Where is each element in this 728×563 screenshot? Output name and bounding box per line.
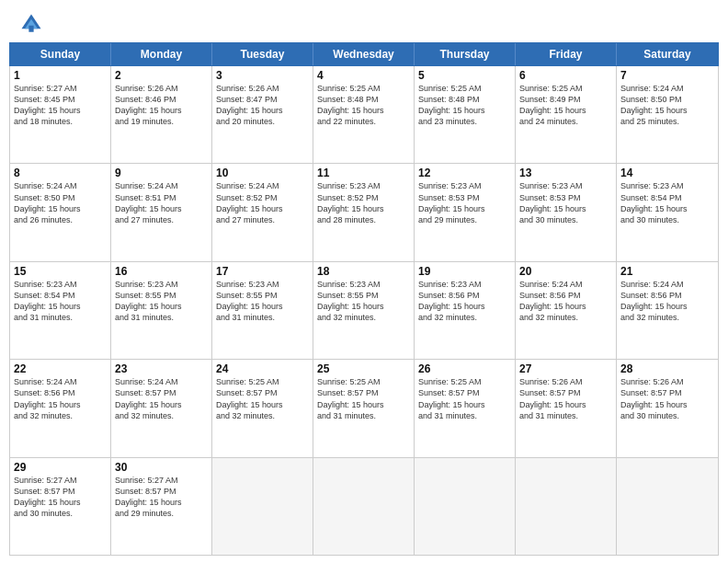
calendar-cell-14: 14Sunrise: 5:23 AM Sunset: 8:54 PM Dayli… <box>617 164 718 260</box>
day-info-14: Sunrise: 5:23 AM Sunset: 8:54 PM Dayligh… <box>620 180 714 225</box>
calendar-cell-11: 11Sunrise: 5:23 AM Sunset: 8:52 PM Dayli… <box>313 164 415 260</box>
day-number-4: 4 <box>317 69 410 82</box>
day-number-28: 28 <box>620 362 714 375</box>
day-number-26: 26 <box>418 362 511 375</box>
day-number-20: 20 <box>519 265 612 278</box>
calendar-row-3: 22Sunrise: 5:24 AM Sunset: 8:56 PM Dayli… <box>10 360 718 457</box>
day-info-2: Sunrise: 5:26 AM Sunset: 8:46 PM Dayligh… <box>115 83 208 128</box>
calendar-cell-24: 24Sunrise: 5:25 AM Sunset: 8:57 PM Dayli… <box>212 360 313 456</box>
calendar-cell-15: 15Sunrise: 5:23 AM Sunset: 8:54 PM Dayli… <box>10 262 111 359</box>
day-info-6: Sunrise: 5:25 AM Sunset: 8:49 PM Dayligh… <box>519 83 612 128</box>
day-number-8: 8 <box>14 167 107 179</box>
day-number-9: 9 <box>115 167 208 179</box>
day-number-27: 27 <box>519 362 612 375</box>
calendar-cell-22: 22Sunrise: 5:24 AM Sunset: 8:56 PM Dayli… <box>10 360 111 456</box>
calendar-cell-23: 23Sunrise: 5:24 AM Sunset: 8:57 PM Dayli… <box>111 360 212 456</box>
day-number-3: 3 <box>216 69 309 82</box>
day-info-21: Sunrise: 5:24 AM Sunset: 8:56 PM Dayligh… <box>620 279 714 324</box>
calendar-cell-6: 6Sunrise: 5:25 AM Sunset: 8:49 PM Daylig… <box>516 66 617 163</box>
day-number-10: 10 <box>216 167 309 179</box>
logo-icon <box>18 11 44 37</box>
day-info-28: Sunrise: 5:26 AM Sunset: 8:57 PM Dayligh… <box>620 376 714 421</box>
weekday-header-thursday: Thursday <box>415 43 516 65</box>
calendar-cell-5: 5Sunrise: 5:25 AM Sunset: 8:48 PM Daylig… <box>415 66 516 163</box>
day-info-17: Sunrise: 5:23 AM Sunset: 8:55 PM Dayligh… <box>216 279 309 324</box>
calendar-cell-12: 12Sunrise: 5:23 AM Sunset: 8:53 PM Dayli… <box>415 164 516 260</box>
day-number-25: 25 <box>317 362 410 375</box>
calendar-cell-20: 20Sunrise: 5:24 AM Sunset: 8:56 PM Dayli… <box>516 262 617 359</box>
day-number-13: 13 <box>519 167 612 179</box>
calendar-cell-17: 17Sunrise: 5:23 AM Sunset: 8:55 PM Dayli… <box>212 262 313 359</box>
day-number-19: 19 <box>418 265 511 278</box>
calendar-cell-3: 3Sunrise: 5:26 AM Sunset: 8:47 PM Daylig… <box>212 66 313 163</box>
day-info-24: Sunrise: 5:25 AM Sunset: 8:57 PM Dayligh… <box>216 376 309 421</box>
day-number-6: 6 <box>519 69 612 82</box>
day-number-18: 18 <box>317 265 410 278</box>
weekday-header-monday: Monday <box>111 43 212 65</box>
day-number-12: 12 <box>418 167 511 179</box>
weekday-header-sunday: Sunday <box>10 43 111 65</box>
calendar-cell-10: 10Sunrise: 5:24 AM Sunset: 8:52 PM Dayli… <box>212 164 313 260</box>
day-info-7: Sunrise: 5:24 AM Sunset: 8:50 PM Dayligh… <box>620 83 714 128</box>
day-info-19: Sunrise: 5:23 AM Sunset: 8:56 PM Dayligh… <box>418 279 511 324</box>
calendar-cell-18: 18Sunrise: 5:23 AM Sunset: 8:55 PM Dayli… <box>313 262 415 359</box>
calendar-cell-25: 25Sunrise: 5:25 AM Sunset: 8:57 PM Dayli… <box>313 360 415 456</box>
svg-rect-2 <box>28 26 33 32</box>
day-info-22: Sunrise: 5:24 AM Sunset: 8:56 PM Dayligh… <box>14 376 107 421</box>
day-info-29: Sunrise: 5:27 AM Sunset: 8:57 PM Dayligh… <box>14 475 107 520</box>
calendar-cell-9: 9Sunrise: 5:24 AM Sunset: 8:51 PM Daylig… <box>111 164 212 260</box>
day-info-20: Sunrise: 5:24 AM Sunset: 8:56 PM Dayligh… <box>519 279 612 324</box>
calendar-cell-19: 19Sunrise: 5:23 AM Sunset: 8:56 PM Dayli… <box>415 262 516 359</box>
page: SundayMondayTuesdayWednesdayThursdayFrid… <box>0 0 728 563</box>
day-info-8: Sunrise: 5:24 AM Sunset: 8:50 PM Dayligh… <box>14 180 107 225</box>
calendar-cell-13: 13Sunrise: 5:23 AM Sunset: 8:53 PM Dayli… <box>516 164 617 260</box>
day-number-22: 22 <box>14 362 107 375</box>
calendar-cell-2: 2Sunrise: 5:26 AM Sunset: 8:46 PM Daylig… <box>111 66 212 163</box>
day-number-11: 11 <box>317 167 410 179</box>
calendar-cell-8: 8Sunrise: 5:24 AM Sunset: 8:50 PM Daylig… <box>10 164 111 260</box>
day-info-9: Sunrise: 5:24 AM Sunset: 8:51 PM Dayligh… <box>115 180 208 225</box>
day-number-5: 5 <box>418 69 511 82</box>
day-number-17: 17 <box>216 265 309 278</box>
day-info-18: Sunrise: 5:23 AM Sunset: 8:55 PM Dayligh… <box>317 279 410 324</box>
day-number-30: 30 <box>115 461 208 474</box>
day-number-15: 15 <box>14 265 107 278</box>
calendar-cell-empty <box>516 458 617 555</box>
day-number-21: 21 <box>620 265 714 278</box>
weekday-header-saturday: Saturday <box>617 43 718 65</box>
calendar-cell-26: 26Sunrise: 5:25 AM Sunset: 8:57 PM Dayli… <box>415 360 516 456</box>
calendar-cell-27: 27Sunrise: 5:26 AM Sunset: 8:57 PM Dayli… <box>516 360 617 456</box>
day-info-16: Sunrise: 5:23 AM Sunset: 8:55 PM Dayligh… <box>115 279 208 324</box>
calendar-cell-4: 4Sunrise: 5:25 AM Sunset: 8:48 PM Daylig… <box>313 66 415 163</box>
day-info-1: Sunrise: 5:27 AM Sunset: 8:45 PM Dayligh… <box>14 83 107 128</box>
day-info-23: Sunrise: 5:24 AM Sunset: 8:57 PM Dayligh… <box>115 376 208 421</box>
calendar-cell-empty <box>415 458 516 555</box>
calendar-body: 1Sunrise: 5:27 AM Sunset: 8:45 PM Daylig… <box>9 66 719 556</box>
day-number-2: 2 <box>115 69 208 82</box>
day-number-23: 23 <box>115 362 208 375</box>
calendar-cell-empty <box>617 458 718 555</box>
day-number-24: 24 <box>216 362 309 375</box>
calendar-cell-7: 7Sunrise: 5:24 AM Sunset: 8:50 PM Daylig… <box>617 66 718 163</box>
calendar-cell-16: 16Sunrise: 5:23 AM Sunset: 8:55 PM Dayli… <box>111 262 212 359</box>
day-number-14: 14 <box>620 167 714 179</box>
day-number-16: 16 <box>115 265 208 278</box>
day-info-26: Sunrise: 5:25 AM Sunset: 8:57 PM Dayligh… <box>418 376 511 421</box>
calendar-cell-empty <box>313 458 415 555</box>
day-info-4: Sunrise: 5:25 AM Sunset: 8:48 PM Dayligh… <box>317 83 410 128</box>
day-info-30: Sunrise: 5:27 AM Sunset: 8:57 PM Dayligh… <box>115 475 208 520</box>
day-info-15: Sunrise: 5:23 AM Sunset: 8:54 PM Dayligh… <box>14 279 107 324</box>
calendar-row-1: 8Sunrise: 5:24 AM Sunset: 8:50 PM Daylig… <box>10 164 718 261</box>
calendar-cell-empty <box>212 458 313 555</box>
calendar-row-0: 1Sunrise: 5:27 AM Sunset: 8:45 PM Daylig… <box>10 66 718 164</box>
logo <box>18 11 48 37</box>
calendar-cell-28: 28Sunrise: 5:26 AM Sunset: 8:57 PM Dayli… <box>617 360 718 456</box>
weekday-header-tuesday: Tuesday <box>212 43 313 65</box>
calendar-row-4: 29Sunrise: 5:27 AM Sunset: 8:57 PM Dayli… <box>10 458 718 555</box>
calendar-row-2: 15Sunrise: 5:23 AM Sunset: 8:54 PM Dayli… <box>10 262 718 360</box>
calendar-cell-1: 1Sunrise: 5:27 AM Sunset: 8:45 PM Daylig… <box>10 66 111 163</box>
day-info-25: Sunrise: 5:25 AM Sunset: 8:57 PM Dayligh… <box>317 376 410 421</box>
day-info-27: Sunrise: 5:26 AM Sunset: 8:57 PM Dayligh… <box>519 376 612 421</box>
calendar: SundayMondayTuesdayWednesdayThursdayFrid… <box>0 42 728 563</box>
day-number-1: 1 <box>14 69 107 82</box>
